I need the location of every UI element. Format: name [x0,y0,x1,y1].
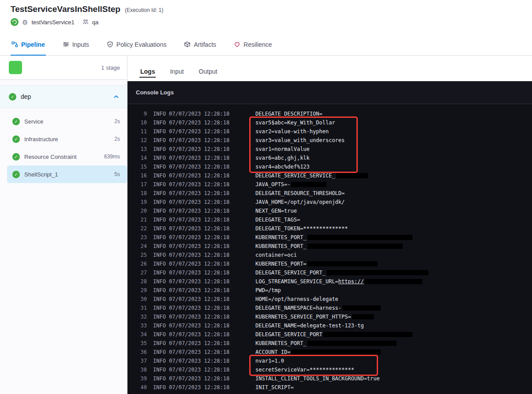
redacted-text [365,279,422,284]
stage-thumbnail[interactable] [9,61,22,74]
tab-label: Pipeline [21,41,45,48]
log-link[interactable]: https:// [338,278,364,285]
log-message: JAVA_HOME=/opt/java/openjdk/ [255,198,345,206]
execution-id: (Execution Id: 1) [125,7,163,13]
log-message: KUBERNETES_PORT= [255,259,378,268]
policy-evaluations-icon [107,41,113,48]
log-level: INFO [153,339,166,348]
console-tab-logs[interactable]: Logs [139,68,156,81]
log-line: 37INFO07/07/2023 12:28:18nvar1=1.0 [135,356,532,365]
log-timestamp: 07/07/2023 12:28:18 [169,251,230,259]
chevron-up-icon[interactable] [113,94,119,100]
log-message: ACCOUNT_ID= [255,348,381,356]
log-message: KUBERNETES_PORT_ [255,233,412,242]
step-row-shellscript-1[interactable]: ✓ShellScript_15s [7,165,127,183]
service-name[interactable]: testVarsService1 [31,19,74,26]
stage-row-dep[interactable]: ✓ dep [0,85,127,108]
console-tab-label: Logs [140,68,155,75]
log-line-number: 36 [135,348,147,356]
console-tab-output[interactable]: Output [198,68,218,81]
log-message: svar6=abc,ghj,klk [255,154,310,162]
log-timestamp: 07/07/2023 12:28:18 [169,171,230,180]
step-row-infrastructure[interactable]: ✓Infrastructure2s [0,130,127,148]
tab-inputs[interactable]: Inputs [62,34,90,55]
log-line-number: 26 [135,259,147,268]
log-level: INFO [153,224,166,233]
log-level: INFO [153,251,166,259]
log-timestamp: 07/07/2023 12:28:18 [169,233,230,242]
execution-meta-row: ⚙ testVarsService1 qa [11,18,521,26]
redacted-text [352,314,375,319]
log-timestamp: 07/07/2023 12:28:18 [169,277,230,286]
log-timestamp: 07/07/2023 12:28:18 [169,356,230,365]
log-line: 32INFO07/07/2023 12:28:18KUBERNETES_SERV… [135,312,532,321]
log-level: INFO [153,295,166,304]
log-line-number: 35 [135,339,147,348]
tab-policy-evaluations[interactable]: Policy Evaluations [106,34,168,55]
log-line: 25INFO07/07/2023 12:28:18container=oci [135,251,532,259]
environment-name[interactable]: qa [92,19,98,26]
step-row-resource-constraint[interactable]: ✓Resource Constraint639ms [0,148,127,165]
execution-status-icon [11,18,19,26]
log-line-number: 27 [135,268,147,277]
log-message: svar4=abc%def%123 [255,162,310,171]
log-timestamp: 07/07/2023 12:28:18 [169,145,230,154]
log-line-number: 23 [135,233,147,242]
log-message: INSTALL_CLIENT_TOOLS_IN_BACKGROUND=true [255,374,380,383]
log-timestamp: 07/07/2023 12:28:18 [169,330,230,339]
log-line-number: 25 [135,251,147,259]
step-duration: 2s [114,118,120,124]
log-line-number: 34 [135,330,147,339]
tab-artifacts[interactable]: Artifacts [183,34,217,55]
log-line-number: 15 [135,162,147,171]
tab-resilience[interactable]: Resilience [233,34,273,55]
log-timestamp: 07/07/2023 12:28:18 [169,198,230,206]
log-message: svar5$abc=Key_With_Dollar [255,118,335,127]
console-section-title: Console Logs [136,89,174,96]
log-line-number: 40 [135,383,147,392]
log-timestamp: 07/07/2023 12:28:18 [169,189,230,198]
environment-icon [82,19,89,25]
step-row-service[interactable]: ✓Service2s [0,113,127,130]
log-line-number: 13 [135,145,147,154]
log-timestamp: 07/07/2023 12:28:18 [169,109,230,118]
log-line-number: 38 [135,365,147,374]
log-level: INFO [153,312,166,321]
log-timestamp: 07/07/2023 12:28:18 [169,321,230,330]
gear-icon: ⚙ [22,19,28,26]
step-duration: 5s [114,171,120,177]
log-level: INFO [153,304,166,312]
log-timestamp: 07/07/2023 12:28:18 [169,162,230,171]
log-message: DELEGATE_TOKEN=************** [255,224,348,233]
log-level: INFO [153,330,166,339]
step-name: Infrastructure [24,136,58,143]
title-row: TestServiceVarsInShellStep (Execution Id… [11,4,521,14]
log-level: INFO [153,321,166,330]
log-timestamp: 07/07/2023 12:28:18 [169,304,230,312]
console-section-header[interactable]: Console Logs [127,81,532,104]
log-line-number: 17 [135,180,147,189]
log-line: 20INFO07/07/2023 12:28:18NEXT_GEN=true [135,206,532,215]
log-timestamp: 07/07/2023 12:28:18 [169,268,230,277]
log-timestamp: 07/07/2023 12:28:18 [169,180,230,189]
redacted-text [291,182,326,187]
log-line-number: 39 [135,374,147,383]
pipeline-icon [11,41,18,48]
log-line: 38INFO07/07/2023 12:28:18secretServiceVa… [135,365,532,374]
redacted-text [291,349,380,355]
log-line-number: 16 [135,171,147,180]
log-viewer[interactable]: 9INFO07/07/2023 12:28:18DELEGATE_DESCRIP… [127,104,532,394]
log-timestamp: 07/07/2023 12:28:18 [169,365,230,374]
log-level: INFO [153,277,166,286]
tab-pipeline[interactable]: Pipeline [11,34,46,55]
log-timestamp: 07/07/2023 12:28:18 [169,348,230,356]
log-line-number: 14 [135,154,147,162]
log-timestamp: 07/07/2023 12:28:18 [169,136,230,145]
log-line: 19INFO07/07/2023 12:28:18JAVA_HOME=/opt/… [135,198,532,206]
console-tab-input[interactable]: Input [169,68,184,81]
log-timestamp: 07/07/2023 12:28:18 [169,286,230,295]
step-name: Service [24,118,43,125]
log-line: 24INFO07/07/2023 12:28:18KUBERNETES_PORT… [135,242,532,251]
log-message: INIT_SCRIPT= [255,383,294,392]
step-duration: 639ms [104,154,120,160]
